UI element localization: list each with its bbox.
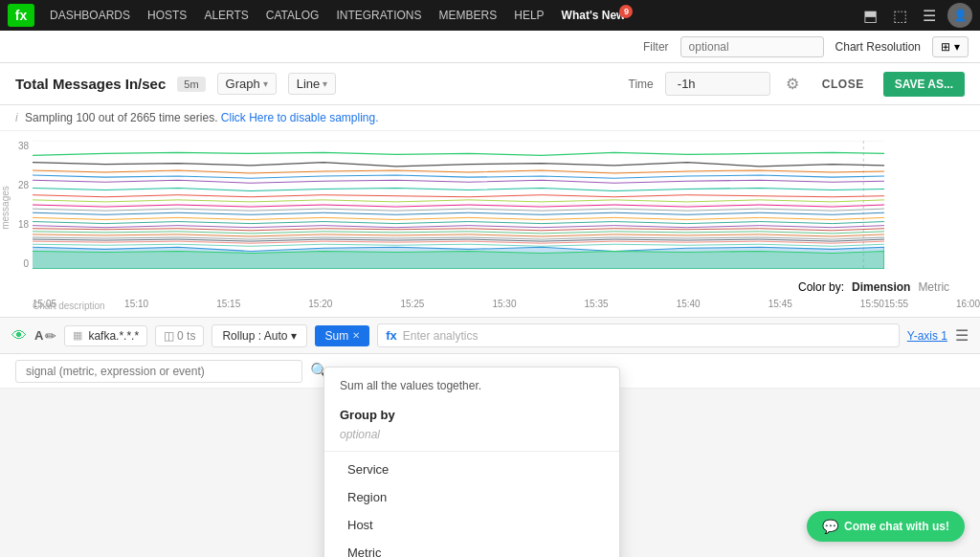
signal-input[interactable] <box>15 360 302 383</box>
graph-dropdown[interactable]: Graph ▾ <box>217 73 277 95</box>
popup-divider <box>324 451 619 452</box>
ts-count: 0 ts <box>177 329 195 343</box>
share-icon[interactable]: ⬒ <box>859 5 881 27</box>
chart-svg-container <box>33 141 884 269</box>
graph-arrow: ▾ <box>263 78 268 89</box>
eye-icon[interactable]: 👁 <box>11 327 27 345</box>
rollup-button[interactable]: Rollup : Auto ▾ <box>212 324 307 347</box>
text-format-icons[interactable]: A ✏ <box>34 328 56 344</box>
x-label-7: 15:40 <box>677 299 701 309</box>
close-button[interactable]: CLOSE <box>814 74 872 95</box>
group-by-region[interactable]: Region <box>324 483 619 511</box>
y-label-38: 38 <box>18 141 29 151</box>
group-by-dropdown: Sum all the values together. Group by op… <box>323 367 620 557</box>
time-badge[interactable]: 5m <box>177 77 205 92</box>
chart-resolution-grid-icon: ⊞ <box>941 40 950 54</box>
fx-placeholder: Enter analytics <box>403 329 479 343</box>
chart-resolution-select[interactable]: ⊞ ▾ <box>932 36 969 57</box>
graph-label: Graph <box>226 77 260 91</box>
group-by-label: Group by <box>324 400 619 426</box>
edit-icon[interactable]: ✏ <box>45 328 56 344</box>
color-by-bar: Color by: Dimension Metric <box>789 280 980 294</box>
chart-area: 38 28 18 0 messages <box>0 131 980 318</box>
x-label-11: 16:00 <box>956 299 980 309</box>
group-by-metric[interactable]: Metric <box>324 539 619 557</box>
y-axis: 38 28 18 0 <box>8 141 29 269</box>
x-label-4: 15:25 <box>400 299 424 309</box>
x-label-1: 15:10 <box>124 299 148 309</box>
line-arrow: ▾ <box>323 78 327 89</box>
y-axis-title: messages <box>0 186 11 230</box>
sum-button[interactable]: Sum ✕ <box>315 325 369 346</box>
y-label-28: 28 <box>18 180 29 190</box>
dimension-option[interactable]: Dimension <box>852 280 910 294</box>
chart-header: Total Messages In/sec 5m Graph ▾ Line ▾ … <box>0 63 980 105</box>
x-label-6: 15:35 <box>585 299 609 309</box>
group-by-optional: optional <box>324 426 619 447</box>
menu-icon[interactable]: ☰ <box>919 5 940 27</box>
line-dropdown[interactable]: Line ▾ <box>288 73 337 95</box>
fx-symbol: fx <box>386 328 397 343</box>
time-value[interactable]: -1h <box>665 72 770 96</box>
sampling-text: Sampling 100 out of 2665 time series. <box>25 111 217 124</box>
filter-label: Filter <box>643 40 669 54</box>
ts-icon: ◫ <box>164 329 174 343</box>
sampling-bar: i Sampling 100 out of 2665 time series. … <box>0 105 980 131</box>
color-by-label: Color by: <box>798 280 844 294</box>
rollup-label: Rollup : Auto <box>222 329 287 343</box>
chart-resolution-arrow: ▾ <box>954 40 960 54</box>
chart-title: Total Messages In/sec <box>15 76 166 92</box>
line-label: Line <box>297 77 321 91</box>
y-axis-select[interactable]: Y-axis 1 <box>907 329 947 343</box>
chat-button[interactable]: 💬 Come chat with us! <box>807 511 965 542</box>
chat-label: Come chat with us! <box>844 520 949 533</box>
metric-value: kafka.*.*.* <box>88 329 139 343</box>
y-label-18: 18 <box>18 219 29 230</box>
group-by-host[interactable]: Host <box>324 511 619 539</box>
x-axis-labels: 15:05 15:10 15:15 15:20 15:25 15:30 15:3… <box>33 299 884 309</box>
nav-icons: ⬒ ⬚ ☰ 👤 <box>859 3 972 28</box>
logo[interactable]: fx <box>8 4 34 27</box>
nav-dashboards[interactable]: DASHBOARDS <box>42 5 138 26</box>
ts-badge: ◫ 0 ts <box>155 325 204 346</box>
query-row: 👁 A ✏ ▦ kafka.*.*.* ◫ 0 ts Rollup : Auto… <box>0 318 980 354</box>
whats-new-badge: 9 <box>619 5 633 18</box>
x-label-2: 15:15 <box>216 299 240 309</box>
sum-label: Sum <box>324 329 348 343</box>
nav-members[interactable]: MEMBERS <box>432 5 505 26</box>
fullscreen-icon[interactable]: ⬚ <box>889 5 911 27</box>
bold-icon[interactable]: A <box>34 328 43 344</box>
options-icon[interactable]: ☰ <box>955 326 969 345</box>
top-navigation: fx DASHBOARDS HOSTS ALERTS CATALOG INTEG… <box>0 0 980 31</box>
time-label: Time <box>629 78 654 91</box>
nav-alerts[interactable]: ALERTS <box>196 5 256 26</box>
x-label-9: 15:50 <box>860 299 884 309</box>
x-label-3: 15:20 <box>308 299 332 309</box>
rollup-arrow: ▾ <box>291 329 297 343</box>
x-label-5: 15:30 <box>492 299 516 309</box>
fx-input[interactable]: fx Enter analytics <box>377 323 900 347</box>
nav-hosts[interactable]: HOSTS <box>140 5 194 26</box>
x-label-8: 15:45 <box>768 299 792 309</box>
metric-tag[interactable]: ▦ kafka.*.*.* <box>64 325 147 346</box>
whats-new-link[interactable]: What's New 9 <box>554 5 634 26</box>
chart-description: Chart description <box>33 301 105 311</box>
sum-close-icon: ✕ <box>352 330 360 341</box>
filter-input[interactable] <box>680 36 824 57</box>
gear-button[interactable]: ⚙ <box>782 71 803 97</box>
y-label-0: 0 <box>23 258 29 269</box>
nav-catalog[interactable]: CATALOG <box>258 5 327 26</box>
x-label-10: 15:55 <box>884 299 908 309</box>
group-by-service[interactable]: Service <box>324 456 619 483</box>
metric-option[interactable]: Metric <box>918 280 949 294</box>
x-axis-labels-right: 15:55 16:00 <box>884 299 980 309</box>
nav-integrations[interactable]: INTEGRATIONS <box>328 5 429 26</box>
saveas-button[interactable]: SAVE AS... <box>883 72 965 97</box>
avatar[interactable]: 👤 <box>947 3 972 28</box>
chat-bubble-icon: 💬 <box>822 519 838 534</box>
popup-description: Sum all the values together. <box>324 368 619 400</box>
info-icon: i <box>15 111 18 124</box>
nav-help[interactable]: HELP <box>506 5 551 26</box>
sampling-link[interactable]: Click Here to disable sampling. <box>221 111 379 124</box>
chart-resolution-label: Chart Resolution <box>835 40 921 54</box>
